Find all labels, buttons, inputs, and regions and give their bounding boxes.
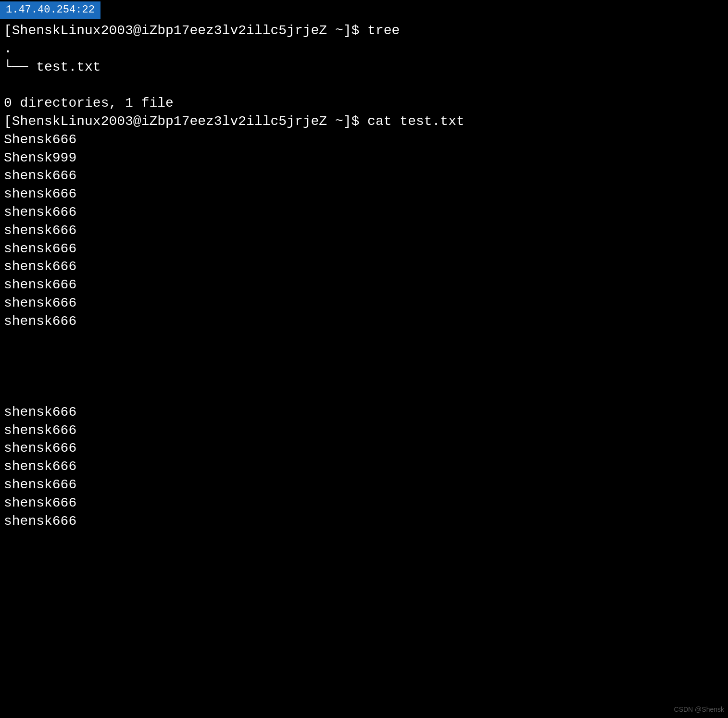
empty-line-2 [4, 331, 724, 349]
file-line-upper-6: shensk666 [4, 240, 724, 258]
file-content-upper: Shensk666Shensk999shensk666shensk666shen… [4, 131, 724, 331]
tree-file-entry: └── test.txt [4, 58, 724, 76]
file-content-lower: shensk666shensk666shensk666shensk666shen… [4, 403, 724, 531]
file-line-lower-4: shensk666 [4, 476, 724, 494]
file-line-lower-1: shensk666 [4, 421, 724, 440]
file-line-upper-1: Shensk999 [4, 149, 724, 167]
file-line-lower-6: shensk666 [4, 512, 724, 531]
file-line-lower-3: shensk666 [4, 458, 724, 476]
file-line-upper-10: shensk666 [4, 312, 724, 331]
file-line-lower-2: shensk666 [4, 439, 724, 458]
file-line-upper-2: shensk666 [4, 167, 724, 185]
terminal-tab[interactable]: 1.47.40.254:22 [0, 1, 100, 19]
file-line-lower-0: shensk666 [4, 403, 724, 421]
file-line-lower-5: shensk666 [4, 494, 724, 512]
watermark: CSDN @Shensk [674, 705, 724, 714]
terminal-window: 1.47.40.254:22 [ShenskLinux2003@iZbp17ee… [0, 0, 728, 718]
terminal-content[interactable]: [ShenskLinux2003@iZbp17eez3lv2illc5jrjeZ… [0, 19, 728, 533]
file-line-upper-7: shensk666 [4, 258, 724, 276]
file-line-upper-4: shensk666 [4, 203, 724, 222]
tree-summary: 0 directories, 1 file [4, 94, 724, 112]
file-line-upper-5: shensk666 [4, 222, 724, 240]
file-line-upper-8: shensk666 [4, 276, 724, 294]
empty-line-1 [4, 76, 724, 94]
cat-command-prompt: [ShenskLinux2003@iZbp17eez3lv2illc5jrjeZ… [4, 112, 724, 131]
tree-root: . [4, 40, 724, 58]
empty-line-4 [4, 367, 724, 385]
tree-command-prompt: [ShenskLinux2003@iZbp17eez3lv2illc5jrjeZ… [4, 22, 724, 40]
file-line-upper-0: Shensk666 [4, 131, 724, 149]
file-line-upper-9: shensk666 [4, 294, 724, 312]
empty-line-5 [4, 385, 724, 403]
empty-line-3 [4, 348, 724, 367]
file-line-upper-3: shensk666 [4, 185, 724, 203]
